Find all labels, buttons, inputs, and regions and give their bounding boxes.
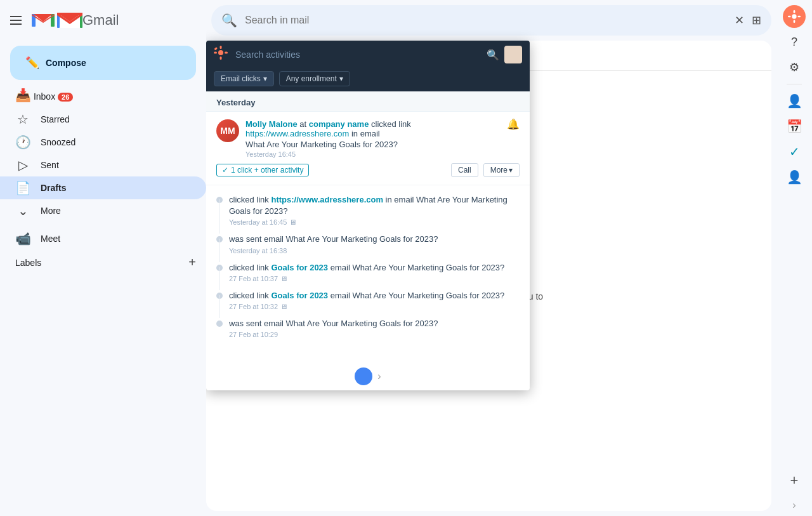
tl5-action: was sent email What Are Your Marketing G… <box>229 319 438 328</box>
timeline-time-1: Yesterday at 16:45 🖥 <box>229 218 520 226</box>
center-column: 🔍 ✕ ⊞ ▾ ↺ ⋮ You don Saving a draf <box>206 0 776 516</box>
hamburger-menu[interactable] <box>5 11 27 30</box>
yesterday-section-label: Yesterday <box>206 91 530 112</box>
meet-item[interactable]: 📹 Meet <box>0 227 206 250</box>
contacts-sidebar-icon[interactable]: 👤 <box>783 89 806 112</box>
search-input[interactable] <box>245 15 727 26</box>
help-sidebar-icon[interactable]: ? <box>783 30 806 53</box>
add-extension-button[interactable]: + <box>783 469 806 492</box>
activity-info: Molly Malone at company name clicked lin… <box>246 119 501 158</box>
starred-label: Starred <box>41 114 196 124</box>
compose-button[interactable]: ✏️ Compose <box>10 46 196 80</box>
panel-avatar-row: › <box>206 367 530 390</box>
activity-tag[interactable]: ✓ 1 click + other activity <box>216 164 309 176</box>
timeline-text-1: clicked link https://www.adresshere.com … <box>229 194 520 217</box>
timeline-time-3: 27 Feb at 10:37 🖥 <box>229 275 520 282</box>
send-icon: ▷ <box>15 157 30 173</box>
company-name[interactable]: company name <box>309 119 369 129</box>
add-label-button[interactable]: + <box>188 255 196 270</box>
hubspot-sidebar-icon[interactable] <box>783 5 806 28</box>
gmail-nav: 📥 Inbox 26 ☆ Starred 🕐 Snoozed ▷ Sent 📄 … <box>0 85 206 222</box>
hubspot-user-icon[interactable] <box>504 46 522 63</box>
timeline-entry-2: was sent email What Are Your Marketing G… <box>216 230 520 258</box>
inbox-badge: 26 <box>58 93 73 102</box>
bell-icon[interactable]: 🔔 <box>507 118 520 130</box>
nav-item-drafts[interactable]: 📄 Drafts <box>0 176 206 199</box>
activity-link[interactable]: https://www.adresshere.com in email <box>246 129 501 138</box>
svg-point-17 <box>792 14 796 18</box>
search-filter-icon[interactable]: ⊞ <box>752 13 761 27</box>
hubspot-check-icon[interactable]: ✓ <box>783 140 806 163</box>
tl1-action: clicked link <box>229 195 271 204</box>
in-email-text: in email <box>351 129 380 138</box>
hubspot-logo-icon <box>214 46 228 63</box>
compose-icon: ✏️ <box>25 56 39 70</box>
timeline-list: clicked link https://www.adresshere.com … <box>206 185 530 347</box>
hubspot-search-input[interactable] <box>235 50 481 60</box>
tl4-link[interactable]: Goals for 2023 <box>271 291 328 300</box>
compose-label: Compose <box>46 58 86 68</box>
timeline-dot-3 <box>216 265 223 271</box>
settings-sidebar-icon[interactable]: ⚙ <box>783 56 806 79</box>
tl2-action: was sent email What Are Your Marketing G… <box>229 234 438 244</box>
svg-rect-21 <box>797 16 801 18</box>
help-icon: ? <box>791 36 797 49</box>
timeline-entry-1: clicked link https://www.adresshere.com … <box>216 190 520 230</box>
hubspot-panel: 🔍 Email clicks ▾ Any enrollment ▾ Yester… <box>206 41 530 390</box>
panel-avatar-1 <box>355 367 372 385</box>
nav-item-snoozed[interactable]: 🕐 Snoozed <box>0 131 206 154</box>
calendar-icon: 📅 <box>787 119 802 134</box>
contact-action: clicked link <box>371 119 411 129</box>
gear-icon: ⚙ <box>789 60 799 74</box>
search-bar[interactable]: 🔍 ✕ ⊞ <box>211 5 771 36</box>
hubspot-search-icon[interactable]: 🔍 <box>487 49 499 61</box>
nav-item-more[interactable]: ⌄ More <box>0 199 206 222</box>
chevron-down-icon: ⌄ <box>15 203 30 218</box>
nav-item-sent[interactable]: ▷ Sent <box>0 154 206 176</box>
tl1-link[interactable]: https://www.adresshere.com <box>271 195 383 204</box>
timeline-text-2: was sent email What Are Your Marketing G… <box>229 234 520 245</box>
gmail-m-icon <box>32 11 55 29</box>
sent-label: Sent <box>41 160 196 170</box>
search-close-icon[interactable]: ✕ <box>735 13 744 27</box>
svg-rect-18 <box>794 10 796 13</box>
timeline-dot-2 <box>216 236 223 242</box>
calendar-sidebar-icon[interactable]: 📅 <box>783 115 806 138</box>
tl3-link[interactable]: Goals for 2023 <box>271 263 328 272</box>
left-column: Gmail ✏️ Compose 📥 Inbox 26 ☆ Starred 🕐 … <box>0 0 206 516</box>
screen-icon-3: 🖥 <box>280 275 287 282</box>
activity-link-url[interactable]: https://www.adresshere.com <box>246 129 349 138</box>
timeline-content-2: was sent email What Are Your Marketing G… <box>229 234 520 254</box>
person-sidebar-icon[interactable]: 👤 <box>783 166 806 189</box>
expand-sidebar-button[interactable]: › <box>792 499 796 511</box>
timeline-text-5: was sent email What Are Your Marketing G… <box>229 318 520 329</box>
contact-name[interactable]: Molly Malone <box>246 119 298 129</box>
check-circle-icon: ✓ <box>789 144 800 159</box>
panel-expand-icon[interactable]: › <box>377 371 381 382</box>
filter-dropdown-icon: ▾ <box>263 74 267 83</box>
email-clicks-filter[interactable]: Email clicks ▾ <box>214 71 274 86</box>
svg-rect-14 <box>214 52 217 54</box>
enrollment-dropdown-icon: ▾ <box>339 74 343 83</box>
nav-item-starred[interactable]: ☆ Starred <box>0 108 206 131</box>
more-button[interactable]: More ▾ <box>483 163 520 177</box>
gmail-top-bar: Gmail <box>0 0 206 41</box>
call-button[interactable]: Call <box>451 163 478 177</box>
tl3-context: email What Are Your Marketing Goals for … <box>331 263 505 272</box>
nav-item-inbox[interactable]: 📥 Inbox 26 <box>0 85 83 108</box>
timeline-content-3: clicked link Goals for 2023 email What A… <box>229 262 520 282</box>
gmail-logo-svg <box>57 11 82 29</box>
timeline-text-4: clicked link Goals for 2023 email What A… <box>229 290 520 301</box>
any-enrollment-filter[interactable]: Any enrollment ▾ <box>279 71 350 86</box>
sidebar-divider <box>787 84 802 84</box>
tag-check-icon: ✓ <box>222 166 228 175</box>
gmail-logo: Gmail <box>32 11 119 29</box>
contact-avatar: MM <box>216 119 239 142</box>
svg-rect-12 <box>220 46 222 49</box>
svg-rect-19 <box>794 20 796 23</box>
more-dropdown-icon: ▾ <box>509 166 513 175</box>
timeline-dot-1 <box>216 197 223 203</box>
app-container: Gmail ✏️ Compose 📥 Inbox 26 ☆ Starred 🕐 … <box>0 0 812 516</box>
any-enrollment-label: Any enrollment <box>286 74 337 83</box>
hubspot-header: 🔍 <box>206 41 530 69</box>
